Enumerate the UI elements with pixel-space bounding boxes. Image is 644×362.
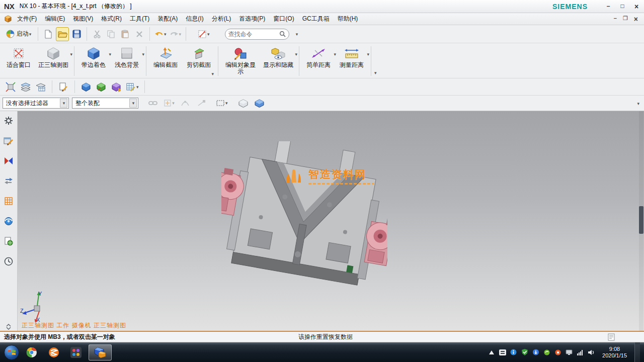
snap-point-button[interactable]	[163, 96, 176, 110]
show-only-button[interactable]	[253, 96, 266, 110]
doc-restore-button[interactable]	[623, 15, 628, 23]
taskbar-app-nx[interactable]	[89, 344, 112, 360]
layer-settings-button[interactable]	[19, 80, 32, 94]
tray-shield-icon[interactable]	[521, 348, 528, 356]
open-file-button[interactable]	[56, 27, 69, 41]
network-icon[interactable]	[576, 348, 584, 356]
navigator-settings-button[interactable]	[2, 114, 15, 127]
menu-information[interactable]: 信息(I)	[182, 13, 207, 25]
tray-display-icon[interactable]	[565, 348, 573, 356]
menu-tools[interactable]: 工具(T)	[126, 13, 153, 25]
measure-distance-button[interactable]: 测量距离	[335, 44, 368, 78]
fit-window-button[interactable]: 适合窗口	[2, 44, 35, 78]
library-button[interactable]	[2, 195, 15, 208]
menu-analysis[interactable]: 分析(L)	[208, 13, 235, 25]
tray-red-icon[interactable]	[554, 348, 561, 356]
light-background-button[interactable]: 浅色背景	[110, 44, 143, 78]
new-file-button[interactable]	[42, 27, 55, 41]
menu-window[interactable]: 窗口(O)	[269, 13, 298, 25]
undo-button[interactable]	[153, 27, 168, 41]
clip-section-dropdown[interactable]	[211, 70, 214, 77]
history-palette-button[interactable]	[2, 235, 15, 248]
graphics-viewport[interactable]: 智造资料网 Y Z X 正三轴测图 工作 摄像机 正三轴测图	[18, 111, 644, 331]
hidden-icons-button[interactable]	[488, 348, 495, 356]
tray-green-icon[interactable]	[543, 348, 550, 356]
show-desktop-button[interactable]	[634, 342, 640, 362]
assembly-constraints-button[interactable]	[95, 80, 108, 94]
cad-model-fixture[interactable]	[221, 141, 387, 292]
doc-close-button[interactable]	[634, 15, 638, 23]
blue-component-icon	[81, 82, 91, 92]
menu-file[interactable]: 文件(F)	[13, 13, 41, 25]
start-menu-button[interactable]: 启动	[3, 27, 34, 41]
doc-minimize-button[interactable]	[614, 15, 617, 23]
selection-bar-overflow-dropdown[interactable]	[636, 100, 641, 107]
selection-scope-dropdown[interactable]	[129, 99, 137, 108]
simple-distance-button[interactable]: 简单距离	[302, 44, 335, 78]
roles-button[interactable]	[2, 134, 15, 147]
taskbar-app-wps[interactable]	[66, 344, 86, 360]
sidebar-collapse-button[interactable]	[2, 323, 15, 331]
point-on-curve-button[interactable]	[179, 96, 192, 110]
menu-preferences[interactable]: 首选项(P)	[235, 13, 269, 25]
analysis-navigator-button[interactable]	[2, 154, 15, 167]
menu-format[interactable]: 格式(R)	[97, 13, 126, 25]
endpoint-snap-button[interactable]	[195, 96, 208, 110]
copy-button[interactable]	[105, 27, 118, 41]
viewport-scrollbar-thumb[interactable]	[639, 206, 643, 234]
ime-indicator[interactable]	[499, 348, 506, 356]
component-pattern-button[interactable]	[125, 80, 140, 94]
edit-work-part-button[interactable]	[57, 80, 70, 94]
search-options-dropdown[interactable]	[290, 27, 303, 41]
layer-table-icon	[36, 82, 46, 92]
history-button[interactable]	[2, 255, 15, 268]
tray-download-icon[interactable]	[532, 348, 539, 356]
close-button[interactable]	[633, 3, 640, 11]
move-component-button[interactable]	[79, 80, 93, 94]
paste-button[interactable]	[119, 27, 132, 41]
redo-button[interactable]	[169, 27, 183, 41]
clip-section-button[interactable]: 剪切截面	[182, 44, 215, 78]
save-button[interactable]	[70, 27, 83, 41]
taskbar-clock[interactable]: 9:08 2020/1/15	[598, 346, 631, 359]
interpart-link-button[interactable]	[146, 96, 159, 110]
volume-icon[interactable]	[587, 348, 595, 356]
highlight-assembly-button[interactable]	[237, 96, 250, 110]
selection-scope-combo[interactable]: 整个装配	[72, 98, 138, 109]
edit-object-display-button[interactable]: 编辑对象显示	[221, 44, 260, 78]
start-button[interactable]	[4, 345, 19, 360]
isometric-view-dropdown[interactable]	[69, 50, 72, 57]
delete-button[interactable]	[133, 27, 146, 41]
isometric-view-button[interactable]: 正三轴测图	[35, 44, 71, 78]
cut-button[interactable]	[91, 27, 104, 41]
wave-geometry-button[interactable]	[110, 80, 123, 94]
rectangle-select-button[interactable]	[215, 96, 229, 110]
measure-distance-dropdown[interactable]	[366, 50, 369, 57]
menu-view[interactable]: 视图(V)	[69, 13, 97, 25]
menu-assemblies[interactable]: 装配(A)	[153, 13, 182, 25]
status-note-icon[interactable]	[608, 333, 615, 342]
command-search-input[interactable]	[228, 31, 277, 38]
menu-gc-toolbox[interactable]: GC工具箱	[298, 13, 334, 25]
minimize-button[interactable]	[605, 3, 612, 11]
maximize-button[interactable]	[619, 3, 626, 11]
taskbar-app-browser[interactable]	[22, 344, 41, 360]
shaded-with-edges-button[interactable]: 带边着色	[77, 44, 110, 78]
reuse-library-button[interactable]	[2, 174, 15, 188]
menu-help[interactable]: 帮助(H)	[334, 13, 362, 25]
menu-edit[interactable]: 编辑(E)	[41, 13, 69, 25]
background-dropdown[interactable]	[141, 50, 144, 57]
show-and-hide-button[interactable]: 显示和隐藏	[260, 44, 296, 78]
repeat-command-button[interactable]	[197, 27, 211, 41]
show-hide-dropdown[interactable]	[294, 50, 297, 57]
snapshot-button[interactable]	[4, 80, 17, 94]
ribbon-overflow-dropdown[interactable]	[374, 69, 377, 76]
selection-filter-combo[interactable]: 没有选择过滤器	[3, 98, 69, 109]
taskbar-app-sogou[interactable]	[44, 344, 63, 360]
edit-section-button[interactable]: 编辑截面	[149, 44, 182, 78]
web-browser-button[interactable]	[2, 215, 15, 228]
layer-category-button[interactable]	[34, 80, 47, 94]
selection-filter-dropdown[interactable]	[60, 99, 67, 108]
tray-info-icon[interactable]	[510, 348, 517, 356]
viewport-scrollbar[interactable]	[639, 111, 643, 331]
